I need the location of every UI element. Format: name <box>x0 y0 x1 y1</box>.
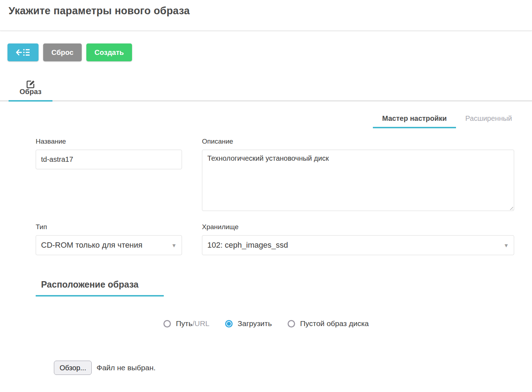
storage-field-group: Хранилище 102: ceph_images_ssd ▼ <box>202 223 514 255</box>
tab-row: Образ <box>0 79 532 102</box>
description-textarea[interactable]: Технологический установочный диск <box>202 150 514 211</box>
radio-upload-label: Загрузить <box>238 319 272 328</box>
tab-active-indicator <box>9 100 52 102</box>
page-header: Укажите параметры нового образа <box>0 0 532 31</box>
type-field-group: Тип CD-ROM только для чтения ▼ <box>36 223 182 255</box>
arrow-left-list-icon <box>16 48 31 57</box>
image-form: Название Описание Технологический устано… <box>0 138 532 255</box>
page-title: Укажите параметры нового образа <box>9 5 523 17</box>
create-button[interactable]: Создать <box>86 43 132 61</box>
tab-underline <box>0 100 532 102</box>
radio-path-url-label: Путь/URL <box>176 319 209 328</box>
location-section-heading: Расположение образа <box>36 279 164 296</box>
storage-label: Хранилище <box>202 223 514 231</box>
location-section-title: Расположение образа <box>41 279 138 289</box>
radio-path-url[interactable] <box>163 320 171 327</box>
tab-image[interactable]: Образ <box>9 79 52 100</box>
chevron-down-icon: ▼ <box>171 242 177 248</box>
back-to-list-button[interactable] <box>7 43 39 61</box>
toolbar: Сброс Создать <box>7 43 532 61</box>
tab-advanced[interactable]: Расширенный <box>456 111 521 128</box>
storage-select-value: 102: ceph_images_ssd <box>207 241 288 250</box>
radio-empty-disk[interactable] <box>288 320 295 327</box>
name-field-group: Название <box>36 138 182 211</box>
mode-tabs: Мастер настройки Расширенный <box>0 111 521 128</box>
type-select-value: CD-ROM только для чтения <box>41 241 142 250</box>
type-select[interactable]: CD-ROM только для чтения ▼ <box>36 235 182 255</box>
radio-empty-disk-label: Пустой образ диска <box>300 319 369 328</box>
description-field-group: Описание Технологический установочный ди… <box>202 138 514 211</box>
reset-button[interactable]: Сброс <box>43 43 82 61</box>
radio-option-empty-disk[interactable]: Пустой образ диска <box>288 319 369 328</box>
name-label: Название <box>36 138 182 145</box>
chevron-down-icon: ▼ <box>503 242 509 248</box>
file-status-text: Файл не выбран. <box>96 363 156 372</box>
description-textarea-wrap: Технологический установочный диск <box>202 150 514 211</box>
name-input[interactable] <box>36 150 182 169</box>
radio-option-path-url[interactable]: Путь/URL <box>163 319 209 328</box>
tab-image-label: Образ <box>20 88 41 96</box>
description-label: Описание <box>202 138 514 145</box>
tab-wizard[interactable]: Мастер настройки <box>373 111 456 128</box>
browse-file-button[interactable]: Обзор... <box>54 361 92 375</box>
file-upload-row: Обзор... Файл не выбран. <box>54 361 532 375</box>
storage-select[interactable]: 102: ceph_images_ssd ▼ <box>202 235 514 255</box>
radio-option-upload[interactable]: Загрузить <box>225 319 272 328</box>
type-label: Тип <box>36 223 182 231</box>
radio-upload[interactable] <box>225 320 233 327</box>
location-options: Путь/URL Загрузить Пустой образ диска <box>163 319 532 328</box>
